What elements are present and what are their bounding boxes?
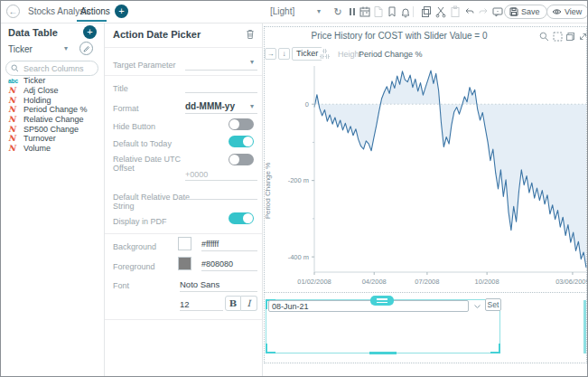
italic-button[interactable]: I xyxy=(241,296,257,311)
back-button[interactable]: ← xyxy=(6,5,20,18)
font-style-group: B I xyxy=(225,296,257,311)
arrow-right-icon: → xyxy=(267,50,275,58)
default-relative-date-label: Default Relative Date String xyxy=(113,193,203,211)
font-label: Font xyxy=(113,281,189,290)
theme-selector[interactable]: [Light] xyxy=(270,1,294,23)
cut-scissors-icon[interactable] xyxy=(434,5,447,18)
column-label: Ticker xyxy=(23,76,45,85)
selection-corner-handle[interactable] xyxy=(266,344,275,353)
widget-resize-handle[interactable] xyxy=(369,352,397,354)
table-selector[interactable]: Ticker xyxy=(8,44,33,54)
search-columns-input[interactable] xyxy=(22,63,96,74)
breakdown-icon[interactable] xyxy=(319,48,331,60)
column-list: abcTickerNAdj CloseNHoldingNPeriod Chang… xyxy=(8,76,98,154)
font-family-input[interactable]: Noto Sans xyxy=(180,279,219,289)
canvas-scrollbar[interactable] xyxy=(583,300,586,353)
numeric-type-icon: N xyxy=(8,125,21,134)
target-parameter-caret-icon[interactable]: ▾ xyxy=(250,58,254,66)
numeric-type-icon: N xyxy=(8,144,21,153)
column-item[interactable]: NAdj Close xyxy=(8,86,98,96)
default-relative-date-input[interactable] xyxy=(185,199,257,200)
widget-drag-handle[interactable] xyxy=(370,296,394,306)
maximize-icon[interactable] xyxy=(578,32,588,42)
title-label: Title xyxy=(113,84,189,93)
add-tab-button[interactable]: + xyxy=(115,5,128,18)
font-size-underline xyxy=(180,310,223,311)
target-parameter-label: Target Parameter xyxy=(113,61,189,70)
column-item[interactable]: NTurnover xyxy=(8,134,98,144)
relative-utc-offset-toggle[interactable] xyxy=(229,154,254,165)
height-variable-label[interactable]: Period Change % xyxy=(359,50,423,59)
toggle-knob xyxy=(229,119,239,129)
back-arrow-icon: ← xyxy=(9,6,18,16)
column-label: Holding xyxy=(23,96,51,105)
notifications-bell-icon[interactable] xyxy=(399,5,412,18)
search-columns-box[interactable] xyxy=(5,61,98,76)
hide-button-toggle[interactable] xyxy=(229,118,254,130)
column-label: Adj Close xyxy=(23,86,59,95)
copy-icon[interactable] xyxy=(420,5,433,18)
search-icon xyxy=(11,64,19,72)
theme-caret-icon[interactable]: ▾ xyxy=(317,1,321,23)
column-item[interactable]: NSP500 Change xyxy=(8,124,98,134)
active-tab-underline xyxy=(77,20,107,22)
refresh-icon[interactable]: ↻ xyxy=(331,5,344,18)
table-selector-caret-icon[interactable]: ▾ xyxy=(64,44,68,52)
toggle-knob xyxy=(243,213,253,223)
y-tick-label: -200 m xyxy=(288,176,309,184)
undo-icon[interactable] xyxy=(463,5,476,18)
comment-icon[interactable] xyxy=(491,5,504,18)
price-history-chart[interactable]: 0-200 m-400 m01/02/200804/200807/200810/… xyxy=(272,61,587,285)
hide-button-label: Hide Button xyxy=(113,122,189,131)
background-color-swatch[interactable] xyxy=(178,237,191,250)
numeric-type-icon: N xyxy=(8,96,21,105)
column-item[interactable]: NHolding xyxy=(8,95,98,105)
format-caret-icon[interactable]: ▾ xyxy=(250,102,254,110)
bookmark-icon[interactable] xyxy=(386,5,398,18)
app-window: ← Stocks Analysis Actions + [Light] ▾ ↻ xyxy=(0,0,588,377)
set-date-button[interactable]: Set xyxy=(485,298,501,311)
x-tick-label: 03/06/2009 xyxy=(555,278,587,285)
column-item[interactable]: NRelative Change xyxy=(8,115,98,125)
column-item[interactable]: NVolume xyxy=(8,144,98,154)
add-data-table-button[interactable]: + xyxy=(83,25,97,39)
display-in-pdf-label: Display in PDF xyxy=(113,217,189,226)
title-input[interactable] xyxy=(185,92,257,93)
edit-table-button[interactable] xyxy=(79,42,93,55)
trash-icon xyxy=(245,28,256,40)
plus-icon: + xyxy=(118,5,124,16)
date-picker-input[interactable] xyxy=(268,300,469,312)
delete-action-button[interactable] xyxy=(245,28,256,40)
date-picker-caret-icon[interactable] xyxy=(473,303,481,310)
x-tick-label: 07/2008 xyxy=(415,278,439,285)
font-size-input[interactable]: 12 xyxy=(180,299,190,309)
x-tick-label: 01/02/2008 xyxy=(297,278,331,285)
save-button[interactable]: Save xyxy=(504,5,547,19)
redo-icon xyxy=(477,5,490,18)
target-parameter-select[interactable] xyxy=(185,70,257,71)
view-button[interactable]: View xyxy=(546,5,588,19)
utc-offset-input[interactable]: +0000 xyxy=(185,170,208,179)
background-hex-input[interactable]: #ffffff xyxy=(201,240,219,249)
rubber-band-select-icon[interactable] xyxy=(553,32,563,42)
pause-icon[interactable] xyxy=(346,5,359,18)
column-item[interactable]: abcTicker xyxy=(8,76,98,86)
selection-corner-handle[interactable] xyxy=(490,344,500,353)
x-axis-variable-button[interactable]: → xyxy=(265,48,276,60)
duplicate-pages-icon[interactable] xyxy=(565,32,575,42)
widget-split-line xyxy=(264,292,587,293)
y-tick-label: -400 m xyxy=(288,253,309,261)
column-item[interactable]: NPeriod Change % xyxy=(8,105,98,115)
toolbar-divider xyxy=(413,6,414,17)
view-button-label: View xyxy=(565,5,582,18)
format-value[interactable]: dd-MMM-yy xyxy=(185,101,235,111)
display-in-pdf-toggle[interactable] xyxy=(229,212,254,224)
default-to-today-toggle[interactable] xyxy=(229,136,254,147)
zoom-search-icon[interactable] xyxy=(539,32,549,42)
bold-button[interactable]: B xyxy=(225,296,241,311)
y-axis-variable-button[interactable]: ↓ xyxy=(278,48,290,60)
relative-utc-offset-label: Relative Date UTC Offset xyxy=(113,155,189,173)
foreground-color-swatch[interactable] xyxy=(178,257,191,270)
foreground-hex-input[interactable]: #808080 xyxy=(201,259,233,269)
calendar-icon[interactable] xyxy=(359,5,371,18)
